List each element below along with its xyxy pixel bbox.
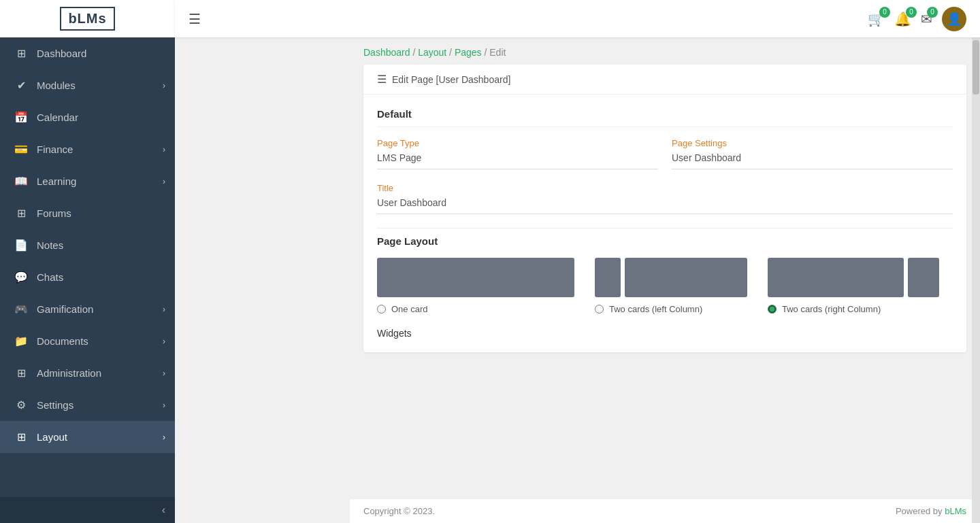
page-settings-label: Page Settings (672, 138, 953, 148)
avatar-icon: 👤 (947, 12, 962, 27)
chevron-right-icon: › (163, 337, 165, 346)
bell-button[interactable]: 🔔 0 (894, 11, 911, 27)
forums-icon: ⊞ (14, 207, 29, 220)
sidebar-item-label: Dashboard (37, 48, 86, 59)
gamification-icon: 🎮 (14, 303, 29, 316)
layout-icon: ⊞ (14, 431, 29, 443)
administration-icon: ⊞ (14, 367, 29, 379)
scrollbar[interactable] (972, 37, 980, 523)
two-right-preview (768, 258, 939, 297)
sidebar-item-learning[interactable]: 📖 Learning › (0, 165, 175, 197)
two-right-label: Two cards (right Column) (782, 304, 881, 314)
sidebar-item-finance[interactable]: 💳 Finance › (0, 133, 175, 165)
breadcrumb-sep2: / (449, 47, 455, 58)
chevron-right-icon: › (163, 369, 165, 378)
hamburger-button[interactable]: ☰ (189, 11, 201, 27)
breadcrumb-dashboard[interactable]: Dashboard (363, 47, 410, 58)
two-right-radio[interactable] (768, 305, 777, 314)
sidebar-item-chats[interactable]: 💬 Chats (0, 261, 175, 293)
one-card-radio-row[interactable]: One card (377, 304, 427, 314)
sidebar-item-dashboard[interactable]: ⊞ Dashboard (0, 37, 175, 69)
bell-badge: 0 (906, 7, 917, 18)
one-card-radio[interactable] (377, 305, 386, 314)
sidebar-item-label: Calendar (37, 112, 78, 123)
title-value: User Dashboard (377, 197, 953, 214)
cart-button[interactable]: 🛒 0 (868, 11, 885, 27)
two-right-radio-row[interactable]: Two cards (right Column) (768, 304, 881, 314)
sidebar-item-documents[interactable]: 📁 Documents › (0, 325, 175, 357)
widgets-label: Widgets (377, 328, 953, 339)
documents-icon: 📁 (14, 335, 29, 348)
sidebar-item-label: Chats (37, 271, 63, 283)
breadcrumb-layout[interactable]: Layout (418, 47, 446, 58)
breadcrumb-pages[interactable]: Pages (455, 47, 482, 58)
two-left-small (595, 258, 621, 297)
page-type-group: Page Type LMS Page (377, 138, 658, 169)
notes-icon: 📄 (14, 239, 29, 252)
card-header-title: Edit Page [User Dashboard] (392, 74, 510, 85)
page-settings-group: Page Settings User Dashboard (672, 138, 953, 169)
sidebar-item-label: Layout (37, 431, 67, 443)
breadcrumb-sep1: / (412, 47, 418, 58)
two-left-radio[interactable] (595, 305, 604, 314)
two-left-label: Two cards (left Column) (609, 304, 702, 314)
mail-badge: 0 (927, 7, 938, 18)
cart-badge: 0 (879, 7, 890, 18)
form-grid-top: Page Type LMS Page Page Settings User Da… (377, 138, 953, 169)
sidebar-item-label: Finance (37, 144, 73, 155)
chevron-right-icon: › (163, 433, 165, 442)
two-right-small (908, 258, 939, 297)
logo[interactable]: bLMs (0, 0, 175, 37)
sidebar-item-label: Learning (37, 175, 76, 187)
two-left-preview (595, 258, 747, 297)
main-content: Dashboard / Layout / Pages / Edit ☰ Edit… (350, 37, 980, 523)
list-icon: ☰ (377, 73, 387, 86)
title-label: Title (377, 183, 953, 193)
page-type-value: LMS Page (377, 152, 658, 169)
sidebar-item-settings[interactable]: ⚙ Settings › (0, 389, 175, 421)
chevron-right-icon: › (163, 401, 165, 410)
powered-by: Powered by bLMs (896, 506, 966, 516)
one-card-label: One card (391, 304, 427, 314)
sidebar-collapse-button[interactable]: ‹ (0, 497, 175, 523)
modules-icon: ✔ (14, 79, 29, 92)
edit-page-card: ☰ Edit Page [User Dashboard] Default Pag… (363, 65, 966, 352)
card-body: Default Page Type LMS Page Page Settings… (363, 95, 966, 352)
sidebar-item-administration[interactable]: ⊞ Administration › (0, 357, 175, 389)
content-area: ☰ Edit Page [User Dashboard] Default Pag… (350, 65, 980, 499)
card-header: ☰ Edit Page [User Dashboard] (363, 65, 966, 95)
sidebar-item-notes[interactable]: 📄 Notes (0, 229, 175, 261)
two-left-radio-row[interactable]: Two cards (left Column) (595, 304, 702, 314)
settings-icon: ⚙ (14, 399, 29, 411)
layout-option-two-right: Two cards (right Column) (768, 258, 939, 314)
page-settings-value: User Dashboard (672, 152, 953, 169)
sidebar-item-label: Modules (37, 80, 76, 91)
chevron-right-icon: › (163, 305, 165, 314)
breadcrumb-edit: Edit (489, 47, 506, 58)
sidebar-item-label: Documents (37, 335, 88, 347)
chevron-right-icon: › (163, 177, 165, 186)
two-right-large (768, 258, 904, 297)
avatar[interactable]: 👤 (942, 7, 966, 31)
sidebar-item-modules[interactable]: ✔ Modules › (0, 69, 175, 101)
sidebar-item-calendar[interactable]: 📅 Calendar (0, 101, 175, 133)
dashboard-icon: ⊞ (14, 47, 29, 60)
sidebar-item-gamification[interactable]: 🎮 Gamification › (0, 293, 175, 325)
sidebar-item-label: Notes (37, 239, 63, 251)
mail-button[interactable]: ✉ 0 (921, 11, 932, 27)
chevron-right-icon: › (163, 145, 165, 154)
layout-option-two-left: Two cards (left Column) (595, 258, 747, 314)
sidebar-item-layout[interactable]: ⊞ Layout › (0, 421, 175, 453)
scrollbar-thumb[interactable] (973, 40, 979, 95)
breadcrumb: Dashboard / Layout / Pages / Edit (350, 37, 980, 65)
page-layout-title: Page Layout (377, 228, 953, 247)
sidebar-item-forums[interactable]: ⊞ Forums (0, 197, 175, 229)
chevron-right-icon: › (163, 81, 165, 90)
brand-link[interactable]: bLMs (945, 506, 966, 516)
topbar: ☰ 🛒 0 🔔 0 ✉ 0 👤 (175, 0, 980, 37)
logo-text: bLMs (60, 7, 114, 31)
calendar-icon: 📅 (14, 111, 29, 124)
sidebar-item-label: Administration (37, 367, 101, 379)
layout-option-one-card: One card (377, 258, 574, 314)
title-group: Title User Dashboard (377, 183, 953, 214)
